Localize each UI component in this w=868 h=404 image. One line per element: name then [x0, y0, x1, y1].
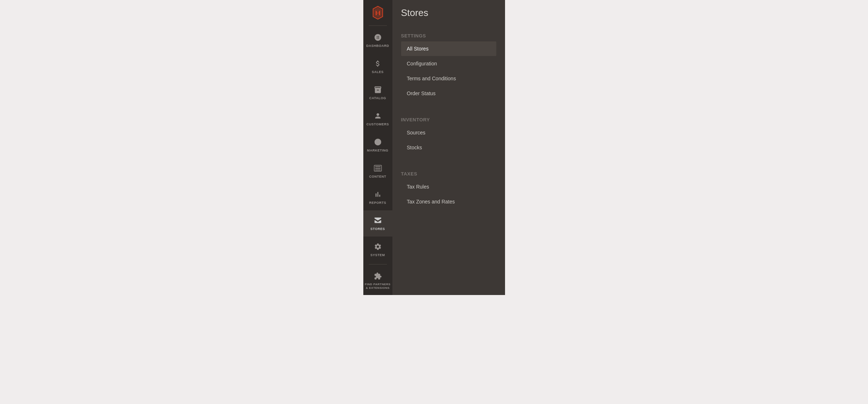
menu-item-terms-conditions[interactable]: Terms and Conditions [401, 71, 496, 86]
sidebar-item-stores[interactable]: STORES [363, 210, 392, 237]
reports-icon [374, 190, 382, 199]
sidebar: DASHBOARD SALES CATALOG CUSTOMERS [363, 0, 392, 295]
menu-item-configuration[interactable]: Configuration [401, 56, 496, 71]
sales-icon [374, 60, 382, 69]
sidebar-item-sales-label: SALES [372, 70, 384, 74]
stores-icon [374, 217, 382, 226]
sidebar-divider-top [369, 25, 387, 26]
sidebar-item-reports[interactable]: REPORTS [363, 184, 392, 210]
sidebar-item-catalog[interactable]: CATALOG [363, 80, 392, 106]
sidebar-item-marketing-label: MARKETING [367, 149, 388, 153]
inventory-section-header: Inventory [401, 111, 496, 125]
system-icon [374, 243, 382, 252]
sidebar-item-dashboard[interactable]: DASHBOARD [363, 27, 392, 53]
page-title: Stores [401, 7, 496, 19]
customers-icon [374, 112, 382, 121]
menu-item-all-stores[interactable]: All Stores [401, 41, 496, 56]
content-icon [374, 164, 382, 173]
sidebar-item-extensions-label: FIND PARTNERS & EXTENSIONS [365, 283, 391, 290]
settings-section-header: Settings [401, 27, 496, 41]
sidebar-item-marketing[interactable]: MARKETING [363, 132, 392, 158]
sidebar-item-reports-label: REPORTS [369, 201, 386, 205]
sidebar-item-sales[interactable]: SALES [363, 53, 392, 80]
marketing-icon [374, 138, 382, 147]
extensions-icon [374, 272, 382, 281]
sidebar-item-system-label: SYSTEM [370, 253, 385, 257]
main-content: Stores Settings All Stores Configuration… [392, 0, 505, 295]
taxes-section-header: Taxes [401, 165, 496, 179]
sidebar-item-stores-label: STORES [371, 227, 385, 231]
sidebar-item-extensions[interactable]: FIND PARTNERS & EXTENSIONS [363, 266, 392, 295]
sidebar-item-customers[interactable]: CUSTOMERS [363, 106, 392, 132]
catalog-icon [374, 86, 382, 95]
sidebar-item-content[interactable]: CONTENT [363, 158, 392, 184]
menu-item-order-status[interactable]: Order Status [401, 86, 496, 101]
sidebar-item-dashboard-label: DASHBOARD [366, 44, 389, 48]
logo-area [363, 0, 392, 25]
gap-2 [401, 155, 496, 162]
menu-item-tax-rules[interactable]: Tax Rules [401, 179, 496, 194]
sidebar-item-catalog-label: CATALOG [369, 96, 386, 100]
sidebar-divider-bottom [369, 264, 387, 264]
svg-point-0 [377, 36, 379, 39]
app-container: DASHBOARD SALES CATALOG CUSTOMERS [363, 0, 505, 295]
menu-item-stocks[interactable]: Stocks [401, 140, 496, 155]
menu-item-tax-zones-rates[interactable]: Tax Zones and Rates [401, 194, 496, 209]
menu-item-sources[interactable]: Sources [401, 125, 496, 140]
sidebar-item-content-label: CONTENT [369, 175, 386, 179]
gap-1 [401, 101, 496, 108]
dashboard-icon [374, 33, 382, 43]
sidebar-item-customers-label: CUSTOMERS [367, 122, 389, 126]
magento-logo-icon [371, 5, 385, 20]
sidebar-item-system[interactable]: SYSTEM [363, 237, 392, 263]
